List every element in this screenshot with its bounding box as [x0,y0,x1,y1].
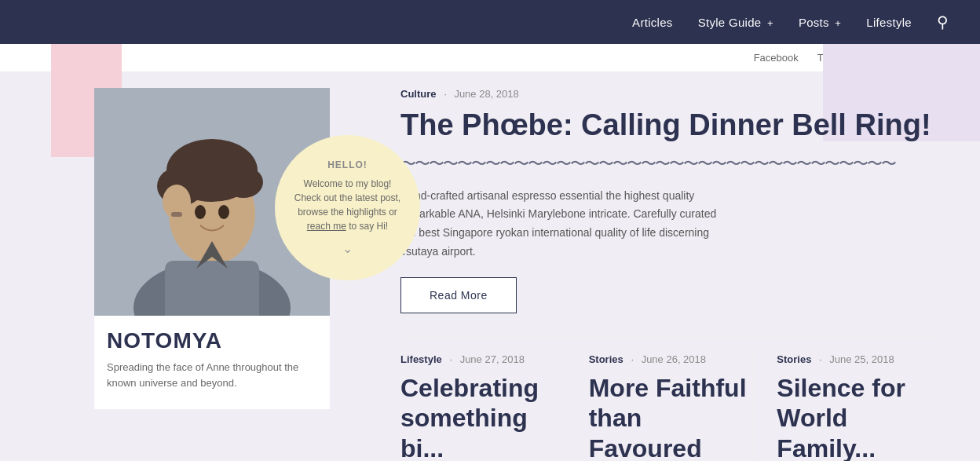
bottom-article-1: Stories · June 26, 2018 More Faithful th… [565,353,753,461]
featured-article-date: June 28, 2018 [454,88,518,100]
bottom-article-0-date: June 27, 2018 [460,353,525,365]
sidebar: NOTOMYA Spreading the face of Anne throu… [0,72,353,461]
bottom-article-0-meta: Lifestyle · June 27, 2018 [400,353,565,365]
svg-point-10 [195,205,206,219]
hello-bubble: HELLO! Welcome to my blog! Check out the… [275,135,420,280]
profile-description: Spreading the face of Anne throughout th… [94,360,330,390]
svg-point-11 [218,205,229,219]
svg-rect-8 [165,261,259,316]
hello-title: HELLO! [327,159,368,170]
nav-lifestyle[interactable]: Lifestyle [866,16,912,29]
featured-article-meta: Culture · June 28, 2018 [400,88,941,100]
wavy-divider: 〜〜〜〜〜〜〜〜〜〜〜〜〜〜〜〜〜〜〜〜〜〜〜〜〜〜〜〜〜〜〜〜〜〜〜 [400,153,941,174]
svg-point-6 [224,166,263,198]
bottom-article-1-category: Stories [589,353,623,365]
bottom-article-1-title: More Faithful than Favoured [589,373,753,461]
social-facebook[interactable]: Facebook [754,52,799,64]
profile-name: NOTOMYA [94,316,330,360]
read-more-button[interactable]: Read More [400,277,517,313]
hello-reach-me-link[interactable]: reach me [307,221,346,232]
featured-article-category: Culture [400,88,437,100]
nav-articles[interactable]: Articles [632,16,673,29]
bottom-article-0-title: Celebrating something bi... [400,373,565,461]
top-nav: Articles Style Guide + Posts + Lifestyle… [0,0,980,44]
svg-rect-12 [171,212,182,217]
articles-area: Culture · June 28, 2018 The Phœbe: Calli… [353,72,980,461]
bottom-article-0: Lifestyle · June 27, 2018 Celebrating so… [400,353,565,461]
featured-article: Culture · June 28, 2018 The Phœbe: Calli… [400,88,941,313]
featured-article-excerpt: Hand-crafted artisanal espresso essentia… [400,187,730,262]
bottom-article-2-meta: Stories · June 25, 2018 [777,353,941,365]
bottom-article-2-category: Stories [777,353,811,365]
bottom-articles-row: Lifestyle · June 27, 2018 Celebrating so… [400,337,941,461]
search-icon[interactable]: ⚲ [937,13,949,31]
featured-article-title: The Phœbe: Calling Dinner Bell Ring! [400,108,941,144]
nav-posts[interactable]: Posts + [799,16,841,29]
featured-meta-dot: · [444,88,447,100]
hello-arrow: ⌄ [342,241,353,256]
bottom-article-2-date: June 25, 2018 [829,353,894,365]
nav-style-guide[interactable]: Style Guide + [698,16,773,29]
bottom-article-2-title: Silence for World Family... [777,373,941,461]
main-content: NOTOMYA Spreading the face of Anne throu… [0,72,980,461]
bottom-article-2: Stories · June 25, 2018 Silence for Worl… [752,353,941,461]
bottom-article-1-meta: Stories · June 26, 2018 [589,353,753,365]
bottom-article-1-date: June 26, 2018 [642,353,706,365]
bottom-article-0-category: Lifestyle [400,353,442,365]
hello-text: Welcome to my blog! Check out the latest… [291,177,404,233]
